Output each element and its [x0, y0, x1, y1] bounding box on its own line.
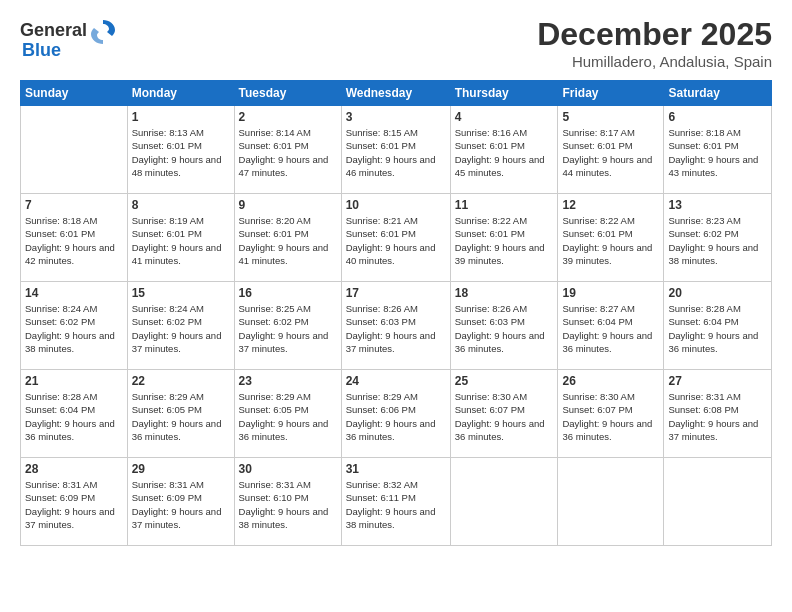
calendar-cell: 19Sunrise: 8:27 AMSunset: 6:04 PMDayligh… — [558, 282, 664, 370]
day-info: Sunrise: 8:16 AMSunset: 6:01 PMDaylight:… — [455, 126, 554, 179]
title-block: December 2025 Humilladero, Andalusia, Sp… — [537, 16, 772, 70]
day-number: 18 — [455, 286, 554, 300]
header: General Blue December 2025 Humilladero, … — [20, 16, 772, 70]
day-info: Sunrise: 8:30 AMSunset: 6:07 PMDaylight:… — [562, 390, 659, 443]
day-number: 29 — [132, 462, 230, 476]
logo: General Blue — [20, 16, 117, 61]
day-number: 28 — [25, 462, 123, 476]
header-saturday: Saturday — [664, 81, 772, 106]
calendar-cell: 12Sunrise: 8:22 AMSunset: 6:01 PMDayligh… — [558, 194, 664, 282]
day-number: 14 — [25, 286, 123, 300]
day-info: Sunrise: 8:22 AMSunset: 6:01 PMDaylight:… — [562, 214, 659, 267]
day-info: Sunrise: 8:31 AMSunset: 6:09 PMDaylight:… — [132, 478, 230, 531]
day-info: Sunrise: 8:15 AMSunset: 6:01 PMDaylight:… — [346, 126, 446, 179]
calendar-cell: 1Sunrise: 8:13 AMSunset: 6:01 PMDaylight… — [127, 106, 234, 194]
header-friday: Friday — [558, 81, 664, 106]
day-number: 6 — [668, 110, 767, 124]
calendar-cell: 25Sunrise: 8:30 AMSunset: 6:07 PMDayligh… — [450, 370, 558, 458]
day-info: Sunrise: 8:18 AMSunset: 6:01 PMDaylight:… — [668, 126, 767, 179]
day-number: 9 — [239, 198, 337, 212]
calendar-cell: 29Sunrise: 8:31 AMSunset: 6:09 PMDayligh… — [127, 458, 234, 546]
day-info: Sunrise: 8:23 AMSunset: 6:02 PMDaylight:… — [668, 214, 767, 267]
calendar-cell: 11Sunrise: 8:22 AMSunset: 6:01 PMDayligh… — [450, 194, 558, 282]
day-number: 22 — [132, 374, 230, 388]
calendar-cell: 30Sunrise: 8:31 AMSunset: 6:10 PMDayligh… — [234, 458, 341, 546]
calendar-cell: 16Sunrise: 8:25 AMSunset: 6:02 PMDayligh… — [234, 282, 341, 370]
logo-blue: Blue — [22, 40, 61, 61]
calendar-cell: 13Sunrise: 8:23 AMSunset: 6:02 PMDayligh… — [664, 194, 772, 282]
day-info: Sunrise: 8:18 AMSunset: 6:01 PMDaylight:… — [25, 214, 123, 267]
calendar-cell: 14Sunrise: 8:24 AMSunset: 6:02 PMDayligh… — [21, 282, 128, 370]
day-info: Sunrise: 8:31 AMSunset: 6:10 PMDaylight:… — [239, 478, 337, 531]
calendar-cell: 23Sunrise: 8:29 AMSunset: 6:05 PMDayligh… — [234, 370, 341, 458]
day-info: Sunrise: 8:31 AMSunset: 6:09 PMDaylight:… — [25, 478, 123, 531]
calendar-cell: 7Sunrise: 8:18 AMSunset: 6:01 PMDaylight… — [21, 194, 128, 282]
calendar-cell — [558, 458, 664, 546]
calendar-cell: 26Sunrise: 8:30 AMSunset: 6:07 PMDayligh… — [558, 370, 664, 458]
day-number: 17 — [346, 286, 446, 300]
day-number: 2 — [239, 110, 337, 124]
day-info: Sunrise: 8:25 AMSunset: 6:02 PMDaylight:… — [239, 302, 337, 355]
calendar-cell — [664, 458, 772, 546]
day-info: Sunrise: 8:30 AMSunset: 6:07 PMDaylight:… — [455, 390, 554, 443]
day-info: Sunrise: 8:19 AMSunset: 6:01 PMDaylight:… — [132, 214, 230, 267]
calendar-header-row: Sunday Monday Tuesday Wednesday Thursday… — [21, 81, 772, 106]
day-number: 13 — [668, 198, 767, 212]
calendar-cell: 4Sunrise: 8:16 AMSunset: 6:01 PMDaylight… — [450, 106, 558, 194]
calendar-cell: 18Sunrise: 8:26 AMSunset: 6:03 PMDayligh… — [450, 282, 558, 370]
header-sunday: Sunday — [21, 81, 128, 106]
day-info: Sunrise: 8:29 AMSunset: 6:06 PMDaylight:… — [346, 390, 446, 443]
calendar-table: Sunday Monday Tuesday Wednesday Thursday… — [20, 80, 772, 546]
day-info: Sunrise: 8:28 AMSunset: 6:04 PMDaylight:… — [668, 302, 767, 355]
calendar-week-5: 28Sunrise: 8:31 AMSunset: 6:09 PMDayligh… — [21, 458, 772, 546]
header-monday: Monday — [127, 81, 234, 106]
day-number: 1 — [132, 110, 230, 124]
day-info: Sunrise: 8:24 AMSunset: 6:02 PMDaylight:… — [25, 302, 123, 355]
day-number: 21 — [25, 374, 123, 388]
day-info: Sunrise: 8:21 AMSunset: 6:01 PMDaylight:… — [346, 214, 446, 267]
day-number: 24 — [346, 374, 446, 388]
calendar-cell: 31Sunrise: 8:32 AMSunset: 6:11 PMDayligh… — [341, 458, 450, 546]
day-info: Sunrise: 8:27 AMSunset: 6:04 PMDaylight:… — [562, 302, 659, 355]
day-info: Sunrise: 8:26 AMSunset: 6:03 PMDaylight:… — [346, 302, 446, 355]
day-info: Sunrise: 8:29 AMSunset: 6:05 PMDaylight:… — [132, 390, 230, 443]
day-info: Sunrise: 8:26 AMSunset: 6:03 PMDaylight:… — [455, 302, 554, 355]
day-info: Sunrise: 8:29 AMSunset: 6:05 PMDaylight:… — [239, 390, 337, 443]
day-number: 11 — [455, 198, 554, 212]
day-number: 19 — [562, 286, 659, 300]
day-number: 10 — [346, 198, 446, 212]
calendar-cell: 6Sunrise: 8:18 AMSunset: 6:01 PMDaylight… — [664, 106, 772, 194]
calendar-cell: 20Sunrise: 8:28 AMSunset: 6:04 PMDayligh… — [664, 282, 772, 370]
day-number: 26 — [562, 374, 659, 388]
calendar-cell: 24Sunrise: 8:29 AMSunset: 6:06 PMDayligh… — [341, 370, 450, 458]
month-title: December 2025 — [537, 16, 772, 53]
day-number: 4 — [455, 110, 554, 124]
calendar-cell: 28Sunrise: 8:31 AMSunset: 6:09 PMDayligh… — [21, 458, 128, 546]
day-info: Sunrise: 8:31 AMSunset: 6:08 PMDaylight:… — [668, 390, 767, 443]
header-wednesday: Wednesday — [341, 81, 450, 106]
day-number: 15 — [132, 286, 230, 300]
calendar-cell: 9Sunrise: 8:20 AMSunset: 6:01 PMDaylight… — [234, 194, 341, 282]
day-number: 8 — [132, 198, 230, 212]
location-title: Humilladero, Andalusia, Spain — [537, 53, 772, 70]
calendar-cell: 3Sunrise: 8:15 AMSunset: 6:01 PMDaylight… — [341, 106, 450, 194]
calendar-week-4: 21Sunrise: 8:28 AMSunset: 6:04 PMDayligh… — [21, 370, 772, 458]
day-number: 27 — [668, 374, 767, 388]
day-number: 3 — [346, 110, 446, 124]
day-number: 23 — [239, 374, 337, 388]
calendar-week-1: 1Sunrise: 8:13 AMSunset: 6:01 PMDaylight… — [21, 106, 772, 194]
calendar-cell — [450, 458, 558, 546]
calendar-cell: 27Sunrise: 8:31 AMSunset: 6:08 PMDayligh… — [664, 370, 772, 458]
day-number: 20 — [668, 286, 767, 300]
day-info: Sunrise: 8:22 AMSunset: 6:01 PMDaylight:… — [455, 214, 554, 267]
day-number: 12 — [562, 198, 659, 212]
day-info: Sunrise: 8:28 AMSunset: 6:04 PMDaylight:… — [25, 390, 123, 443]
day-info: Sunrise: 8:14 AMSunset: 6:01 PMDaylight:… — [239, 126, 337, 179]
day-number: 31 — [346, 462, 446, 476]
day-number: 7 — [25, 198, 123, 212]
calendar-cell: 10Sunrise: 8:21 AMSunset: 6:01 PMDayligh… — [341, 194, 450, 282]
header-thursday: Thursday — [450, 81, 558, 106]
day-info: Sunrise: 8:24 AMSunset: 6:02 PMDaylight:… — [132, 302, 230, 355]
day-number: 5 — [562, 110, 659, 124]
page: General Blue December 2025 Humilladero, … — [0, 0, 792, 612]
